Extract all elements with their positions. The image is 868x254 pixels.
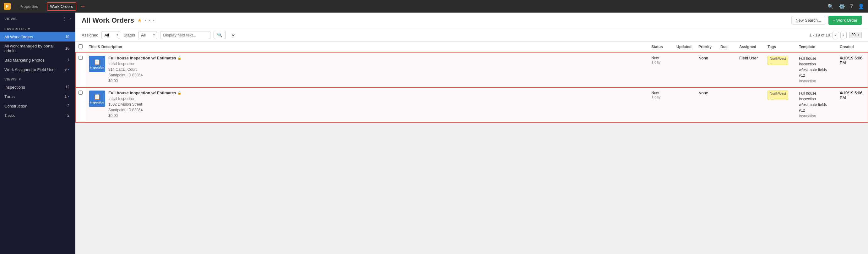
sub-line: Initial Inspection [108,96,181,102]
row-checkbox-cell [75,52,86,87]
work-order-cell: 📋 Inspection Full house Inspection w/ Es… [89,56,645,84]
sidebar-header-icons: ⋮ ‹ [62,16,71,21]
status-select[interactable]: All [138,31,157,39]
col-header-priority[interactable]: Priority [695,42,717,52]
status-select-wrapper: All [138,31,157,39]
work-order-cell: 📋 Inspection Full house Inspection w/ Es… [89,90,645,118]
tag-badge[interactable]: NorthWest... [768,90,788,100]
col-header-due[interactable]: Due [717,42,736,52]
gear-icon[interactable]: ⚙️ [839,3,845,9]
col-header-tags[interactable]: Tags [764,42,796,52]
table-row: 📋 Inspection Full house Inspection w/ Es… [75,87,868,122]
col-header-checkbox [75,42,86,52]
sidebar-item-all-managed[interactable]: All work managed by portal admin 16 [0,41,75,55]
arrow-indicator: ← [80,3,86,10]
template-info: Full house inspection w/estimate fields … [799,56,833,84]
row-priority-cell: None [695,52,717,87]
work-order-sub: Initial Inspection914 Cattail CourtSandp… [108,61,181,84]
app-logo[interactable]: F [4,3,11,10]
row-checkbox[interactable] [79,90,83,95]
work-orders-table: Title & Description Status Updated Prior… [75,42,868,122]
tag-badge[interactable]: NorthWest... [768,56,788,65]
row-title-cell: 📋 Inspection Full house Inspection w/ Es… [86,52,648,87]
col-header-template[interactable]: Template [796,42,837,52]
sidebar-item-work-assigned[interactable]: Work Assigned to Field User 9 [0,65,75,74]
sidebar-item-bad-marketing[interactable]: Bad Marketing Photos 1 [0,55,75,65]
col-header-updated[interactable]: Updated [673,42,695,52]
collapse-icon[interactable]: ‹ [69,16,71,21]
row-title-cell: 📋 Inspection Full house Inspection w/ Es… [86,87,648,122]
col-header-assigned[interactable]: Assigned [736,42,764,52]
sidebar-header-title: VIEWS [4,17,17,21]
sidebar-item-construction[interactable]: Construction 2 [0,101,75,111]
lock-icon: 🔒 [178,56,181,60]
sidebar-item-tasks[interactable]: Tasks 2 [0,111,75,120]
work-orders-table-container: Title & Description Status Updated Prior… [75,42,868,122]
template-name: Full house inspection w/estimate fields … [799,90,833,113]
pagination-arrows: ‹ › [833,32,847,38]
sub-line: 1502 Division Street [108,102,181,107]
top-nav: F Properties Work Orders ← 🔍 ⚙️ ? 👤 [0,0,868,12]
template-info: Full house inspection w/estimate fields … [799,90,833,119]
more-options-icon[interactable]: • • • [145,18,155,23]
per-page-select[interactable]: 20 [849,32,862,38]
row-checkbox[interactable] [79,56,83,60]
table-body: 📋 Inspection Full house Inspection w/ Es… [75,52,868,122]
table-row: 📋 Inspection Full house Inspection w/ Es… [75,52,868,87]
sidebar-section-views[interactable]: VIEWS ▼ [0,74,75,82]
filters-bar: Assigned All Status All 🔍 ⛛ 1 - 19 of 19… [75,28,868,42]
inspection-badge[interactable]: 📋 Inspection [89,56,105,72]
row-assigned-cell: Field User [736,52,764,87]
row-priority-cell: None [695,87,717,122]
field-text-search[interactable] [160,31,210,39]
per-page-wrapper: 20 [849,32,862,38]
sub-line: Initial Inspection [108,61,181,67]
nav-work-orders[interactable]: Work Orders [47,2,76,11]
assigned-select-wrapper: All [101,31,120,39]
sub-line: $0.00 [108,113,181,118]
new-search-button[interactable]: New Search... [792,16,825,25]
favorite-star-icon[interactable]: ★ [137,17,142,23]
row-assigned-cell [736,87,764,122]
row-template-cell: Full house inspection w/estimate fields … [796,87,837,122]
work-order-info: Full house Inspection w/ Estimates 🔒 Ini… [108,56,181,84]
work-order-info: Full house Inspection w/ Estimates 🔒 Ini… [108,90,181,118]
template-name: Full house inspection w/estimate fields … [799,56,833,78]
badge-icon: 📋 [94,93,100,100]
col-header-created[interactable]: Created [837,42,868,52]
sub-line: Sandpoint, ID 83864 [108,72,181,78]
search-button[interactable]: 🔍 [214,31,226,39]
more-icon[interactable]: ⋮ [62,16,67,21]
inspection-badge[interactable]: 📋 Inspection [89,90,105,107]
prev-page-button[interactable]: ‹ [833,32,839,38]
sidebar-header: VIEWS ⋮ ‹ [0,12,75,24]
sub-line: 914 Cattail Court [108,67,181,72]
sidebar-section-favorites[interactable]: FAVORITES ▼ [0,24,75,32]
status-badge: New [651,56,670,60]
sidebar-item-turns[interactable]: Turns 1 [0,92,75,101]
badge-label: Inspection [90,66,104,69]
col-header-status[interactable]: Status [648,42,673,52]
pagination-info: 1 - 19 of 19 ‹ › 20 [810,32,862,38]
select-all-checkbox[interactable] [79,44,83,49]
sub-line: Sandpoint, ID 83864 [108,107,181,113]
assigned-select[interactable]: All [101,31,120,39]
sidebar-item-inspections[interactable]: Inspections 12 [0,82,75,92]
filter-funnel-button[interactable]: ⛛ [229,31,238,39]
content-header: All Work Orders ★ • • • New Search... + … [75,12,868,28]
nav-properties[interactable]: Properties [17,3,40,10]
work-order-title[interactable]: Full house Inspection w/ Estimates 🔒 [108,56,181,60]
status-updated: 1 day [651,60,670,64]
row-due-cell [717,52,736,87]
help-icon[interactable]: ? [850,3,853,9]
col-header-title[interactable]: Title & Description [86,42,648,52]
search-icon[interactable]: 🔍 [828,3,834,9]
add-work-order-button[interactable]: + Work Order [829,16,862,25]
work-order-title[interactable]: Full house Inspection w/ Estimates 🔒 [108,90,181,95]
next-page-button[interactable]: › [840,32,847,38]
sidebar-item-all-work-orders[interactable]: All Work Orders 19 [0,32,75,41]
work-order-sub: Initial Inspection1502 Division StreetSa… [108,96,181,118]
row-updated-cell [673,87,695,122]
pagination-text: 1 - 19 of 19 [810,33,830,37]
user-icon[interactable]: 👤 [858,3,864,9]
